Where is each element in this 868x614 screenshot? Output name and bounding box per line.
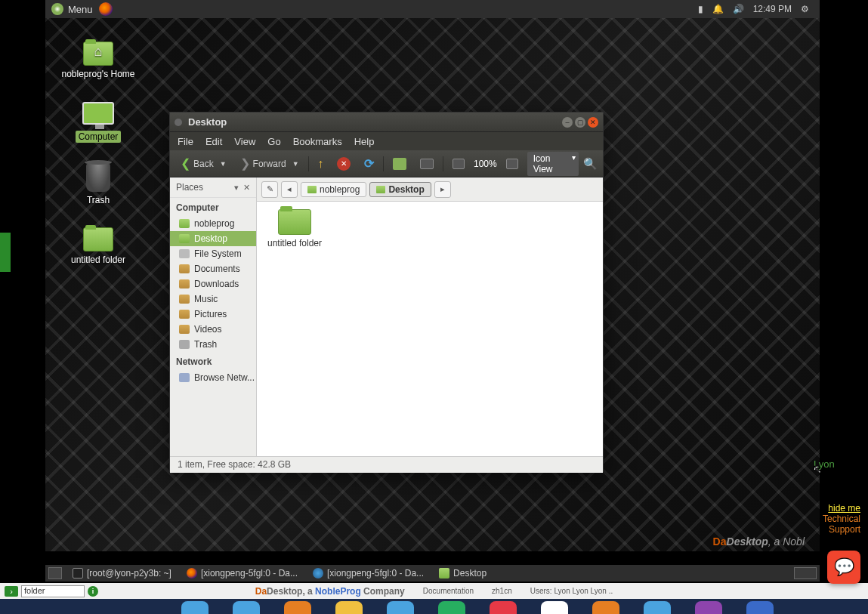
computer-icon [420, 159, 434, 169]
sidebar-item-pictures[interactable]: Pictures [170, 307, 256, 322]
path-segment-user[interactable]: nobleprog [301, 182, 366, 197]
sidebar-selector[interactable]: Places ▾ ✕ [170, 177, 256, 198]
path-segment-label: nobleprog [320, 184, 360, 195]
task-firefox[interactable]: [xiongpeng-5fgl:0 - Da... [182, 567, 302, 579]
notification-tray-icon[interactable]: 🔔 [712, 4, 724, 14]
menu-button[interactable]: Menu [51, 3, 93, 15]
dropdown-arrow-icon[interactable]: ▼ [220, 160, 227, 168]
forward-button[interactable]: ❯Forward▼ [236, 154, 304, 173]
volume-tray-icon[interactable]: 🔊 [733, 4, 744, 14]
stop-button[interactable]: ✕ [332, 155, 355, 173]
back-button[interactable]: ❮Back▼ [176, 154, 231, 173]
music-folder-icon [179, 295, 190, 304]
drive-tray-icon[interactable]: ▮ [698, 4, 703, 14]
show-desktop-button[interactable] [48, 567, 62, 579]
menu-file[interactable]: File [178, 136, 193, 147]
dock-app-10[interactable] [644, 601, 671, 614]
watermark-da: Da [713, 535, 727, 548]
path-back-button[interactable]: ◂ [281, 181, 298, 198]
support-link[interactable]: Support [823, 524, 860, 535]
videos-folder-icon [179, 325, 190, 334]
edit-path-button[interactable]: ✎ [261, 181, 278, 198]
task-terminal[interactable]: [root@lyon-p2y3b: ~] [68, 567, 176, 579]
menu-bar: File Edit View Go Bookmarks Help [170, 132, 603, 150]
zoom-out-button[interactable] [448, 156, 469, 171]
task-label: Desktop [453, 568, 487, 579]
reload-button[interactable]: ⟳ [360, 154, 378, 173]
desktop-icon-computer[interactable]: Computer [53, 92, 144, 153]
folder-icon [179, 264, 190, 273]
sidebar-item-desktop[interactable]: Desktop [170, 231, 256, 246]
home-icon [393, 158, 406, 170]
sidebar-item-label: Pictures [194, 309, 227, 319]
desktop-icon-label: Computer [76, 131, 122, 143]
sidebar-item-nobleprog[interactable]: nobleprog [170, 216, 256, 231]
workspace-switcher[interactable] [794, 567, 817, 579]
view-mode-select[interactable]: Icon View [527, 152, 579, 176]
dock-app-4[interactable] [335, 601, 363, 614]
dock-app-6[interactable] [438, 601, 465, 614]
settings-tray-icon[interactable]: ⚙ [801, 4, 809, 14]
task-browser[interactable]: [xiongpeng-5fgl:0 - Da... [308, 567, 428, 579]
window-titlebar[interactable]: Desktop – ▢ ✕ [170, 113, 603, 132]
dock-app-8[interactable] [541, 601, 568, 614]
sidebar-item-documents[interactable]: Documents [170, 261, 256, 276]
home-button[interactable] [388, 156, 411, 172]
chat-button[interactable]: 💬 [827, 551, 860, 584]
sidebar-section-computer: Computer [170, 198, 256, 216]
menu-view[interactable]: View [234, 136, 255, 147]
task-file-manager[interactable]: Desktop [434, 567, 491, 579]
sidebar-item-filesystem[interactable]: File System [170, 246, 256, 261]
sidebar-item-browse-network[interactable]: Browse Netw... [170, 370, 256, 385]
close-sidebar-icon[interactable]: ✕ [243, 183, 250, 193]
hide-me-link[interactable]: hide me [823, 503, 860, 514]
minimize-button[interactable]: – [562, 117, 573, 128]
firefox-launcher-icon[interactable] [99, 2, 113, 16]
documentation-link[interactable]: Documentation [423, 587, 474, 595]
path-forward-button[interactable]: ▸ [434, 181, 451, 198]
close-button[interactable]: ✕ [588, 117, 598, 128]
left-dock-tab[interactable] [0, 233, 11, 272]
sidebar-item-trash[interactable]: Trash [170, 337, 256, 352]
dock-app-3[interactable] [284, 601, 311, 614]
command-input[interactable]: folder [21, 585, 85, 597]
search-button[interactable]: 🔍 [583, 157, 597, 171]
zoom-in-button[interactable] [502, 156, 523, 171]
dock-app-12[interactable] [746, 601, 774, 614]
dock-app-7[interactable] [490, 601, 517, 614]
sidebar-item-music[interactable]: Music [170, 292, 256, 307]
dock-app-1[interactable] [181, 601, 209, 614]
menu-edit[interactable]: Edit [205, 136, 222, 147]
dropdown-arrow-icon[interactable]: ▼ [292, 160, 299, 168]
file-item-untitled[interactable]: untitled folder [264, 209, 325, 248]
top-panel: Menu ▮ 🔔 🔊 12:49 PM ⚙ [45, 0, 820, 18]
back-label: Back [193, 159, 214, 169]
desktop-icon-untitled[interactable]: untitled folder [53, 216, 144, 276]
folder-icon [439, 568, 449, 579]
maximize-button[interactable]: ▢ [575, 117, 585, 128]
computer-button[interactable] [415, 156, 438, 171]
up-button[interactable]: ↑ [313, 155, 328, 173]
path-segment-desktop[interactable]: Desktop [369, 182, 431, 197]
sidebar-item-videos[interactable]: Videos [170, 322, 256, 337]
drive-icon [179, 249, 190, 258]
menu-bookmarks[interactable]: Bookmarks [293, 136, 342, 147]
prompt-icon[interactable]: › [5, 586, 18, 597]
task-label: [xiongpeng-5fgl:0 - Da... [327, 568, 424, 579]
desktop-icon-home[interactable]: nobleprog's Home [53, 30, 144, 91]
sidebar-item-downloads[interactable]: Downloads [170, 276, 256, 292]
brand-da: Da [255, 586, 267, 597]
dock-app-5[interactable] [387, 601, 414, 614]
clock[interactable]: 12:49 PM [753, 4, 792, 14]
dock-app-11[interactable] [695, 601, 722, 614]
content-area[interactable]: untitled folder Lyon ↖ [257, 202, 603, 456]
desktop-icon-trash[interactable]: Trash [53, 154, 144, 214]
dock-app-2[interactable] [233, 601, 260, 614]
dock-app-9[interactable] [592, 601, 619, 614]
sidebar-item-label: Downloads [194, 279, 239, 289]
menu-help[interactable]: Help [354, 136, 375, 147]
path-bar: ✎ ◂ nobleprog Desktop ▸ [257, 177, 603, 202]
technical-link[interactable]: Technical [823, 514, 860, 524]
menu-go[interactable]: Go [267, 136, 280, 147]
info-icon[interactable]: i [88, 586, 98, 597]
